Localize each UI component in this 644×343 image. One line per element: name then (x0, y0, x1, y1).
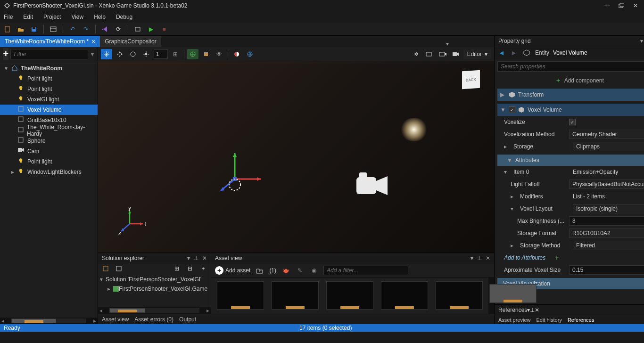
reload-icon[interactable]: ⟳ (114, 24, 123, 34)
menu-edit[interactable]: Edit (23, 14, 33, 20)
pin-icon[interactable]: ⊥ (530, 307, 535, 313)
add-entity-button[interactable]: + (3, 48, 8, 60)
camera-icon[interactable] (450, 49, 462, 59)
redo-icon[interactable]: ↷ (81, 24, 91, 34)
shading-globe-icon[interactable] (244, 49, 256, 59)
sol-btn4-icon[interactable]: ⊟ (185, 264, 195, 273)
pin-icon[interactable]: ⊥ (194, 255, 198, 261)
scene-item[interactable]: ▸WindowLightBlockers (0, 167, 98, 177)
local-space-icon[interactable] (200, 49, 212, 59)
close-icon[interactable]: ✕ (486, 255, 490, 261)
section-transform[interactable]: ▶ Transform (497, 89, 644, 101)
new-file-icon[interactable] (3, 24, 12, 34)
gizmo-select-icon[interactable] (101, 49, 112, 59)
pencil-icon[interactable]: ✎ (295, 266, 305, 275)
storage-dropdown[interactable]: Clipmaps▾ (573, 142, 644, 151)
sol-add-icon[interactable]: + (198, 264, 208, 273)
scene-filter-input[interactable] (10, 49, 88, 59)
scroll-right-icon[interactable]: ▸ (92, 318, 98, 324)
max-brightness-input[interactable] (569, 216, 644, 226)
chevron-down-icon[interactable]: ▼ (507, 157, 512, 163)
tab-asset-preview[interactable]: Asset preview (498, 317, 530, 323)
filter-options-icon[interactable]: ▾ (90, 49, 95, 59)
solution-project[interactable]: ▸ FirstPersonShooter_VoxelGI.Game (100, 284, 209, 294)
tab-edit-history[interactable]: Edit history (536, 317, 561, 323)
menu-file[interactable]: File (4, 14, 13, 20)
add-component-button[interactable]: ＋ Add component (497, 75, 644, 86)
scene-item[interactable]: The_White_Room-Jay-Hardy (0, 125, 98, 136)
device-icon[interactable] (133, 24, 142, 34)
tab-scene[interactable]: TheWhiteRoom/TheWhiteRoom * × (0, 36, 100, 47)
eye-toggle-icon[interactable]: ◉ (309, 266, 319, 275)
camera-link-icon[interactable] (437, 49, 448, 59)
minimize-button[interactable]: — (603, 2, 612, 9)
gizmo-move-icon[interactable] (114, 49, 125, 59)
chevron-right-icon[interactable]: ▸ (9, 169, 16, 175)
tab-output[interactable]: Output (179, 316, 196, 323)
scene-item[interactable]: Point light (0, 84, 98, 94)
solution-root[interactable]: ▾ Solution 'FirstPersonShooter_VoxelGI' (100, 275, 209, 284)
scene-item[interactable]: Sphere (0, 136, 98, 146)
asset-thumb[interactable] (381, 281, 428, 310)
chevron-right-icon[interactable]: ▸ (504, 143, 510, 150)
chevron-right-icon[interactable]: ▸ (511, 242, 516, 249)
chevron-down-icon[interactable]: ▾ (100, 276, 106, 283)
menu-project[interactable]: Project (43, 14, 61, 20)
sol-hscroll[interactable]: ◂▸ (98, 307, 211, 314)
chevron-right-icon[interactable]: ▸ (511, 193, 516, 200)
light-falloff-dropdown[interactable]: PhysicallyBasedButNotAccurate▾ (569, 180, 644, 189)
camera-switch-icon[interactable] (424, 49, 435, 59)
add-to-attributes[interactable]: Add to Attributes ＋ (497, 252, 644, 264)
close-icon[interactable]: × (91, 38, 95, 45)
maximize-button[interactable] (617, 2, 626, 9)
chevron-right-icon[interactable]: ▶ (500, 91, 506, 98)
scene-item[interactable]: Voxel Volume (0, 105, 98, 115)
vs-icon[interactable] (100, 24, 110, 34)
component-enabled-checkbox[interactable] (509, 106, 515, 113)
close-icon[interactable]: ✕ (202, 255, 207, 261)
sol-btn2-icon[interactable] (114, 264, 124, 273)
scene-item[interactable]: Cam (0, 146, 98, 156)
scene-viewport[interactable]: BACK (98, 61, 494, 253)
window-icon[interactable] (49, 24, 58, 34)
shading-split-icon[interactable] (231, 49, 242, 59)
chevron-down-icon[interactable]: ▾ (504, 169, 510, 175)
nav-back-icon[interactable]: ◄ (497, 49, 506, 57)
sol-btn1-icon[interactable] (101, 264, 110, 273)
voxel-layout-dropdown[interactable]: Isotropic (single)▾ (573, 204, 644, 213)
scroll-left-icon[interactable]: ◂ (0, 318, 6, 324)
undo-icon[interactable]: ↶ (68, 24, 77, 34)
asset-thumb[interactable] (217, 281, 264, 310)
asset-vscroll[interactable] (488, 278, 494, 314)
panel-dropdown-icon[interactable]: ▾ (471, 255, 473, 261)
plus-icon[interactable]: ＋ (553, 253, 561, 263)
menu-debug[interactable]: Debug (116, 14, 132, 20)
add-asset-button[interactable]: + Add asset (215, 266, 250, 275)
tab-asset-view[interactable]: Asset view (102, 316, 129, 323)
settings-gear-icon[interactable]: ✲ (411, 49, 422, 59)
panel-dropdown-icon[interactable]: ▾ (640, 38, 643, 44)
section-voxel-volume[interactable]: ▼ Voxel Volume ✕ (497, 104, 644, 116)
scene-item[interactable]: Point light (0, 74, 98, 84)
attributes-header[interactable]: ▼ Attributes ＋ (497, 155, 644, 166)
menu-view[interactable]: View (71, 14, 83, 20)
world-space-icon[interactable] (187, 49, 198, 59)
pin-icon[interactable]: ⊥ (477, 255, 482, 261)
sol-btn3-icon[interactable]: ⊞ (172, 264, 182, 273)
tab-dropdown-icon[interactable]: ▾ (443, 41, 452, 47)
view-mode-dropdown[interactable]: Editor ▾ (463, 49, 491, 59)
storage-method-dropdown[interactable]: Filtered▾ (573, 241, 644, 250)
approx-voxel-size-input[interactable] (569, 265, 644, 275)
save-icon[interactable] (29, 24, 39, 34)
play-icon[interactable]: ▶ (146, 24, 156, 34)
snap-icon[interactable]: ⊞ (170, 49, 181, 59)
gizmo-scale-icon[interactable] (140, 49, 152, 59)
panel-dropdown-icon[interactable]: ▾ (187, 255, 190, 261)
asset-thumb[interactable] (272, 281, 319, 310)
stop-icon[interactable]: ■ (159, 24, 169, 34)
scene-hscroll[interactable]: ◂ ▸ (0, 318, 98, 324)
tab-asset-errors[interactable]: Asset errors (0) (134, 316, 173, 323)
open-file-icon[interactable] (16, 24, 25, 34)
gizmo-rotate-icon[interactable] (127, 49, 139, 59)
tab-references[interactable]: References (568, 317, 594, 323)
